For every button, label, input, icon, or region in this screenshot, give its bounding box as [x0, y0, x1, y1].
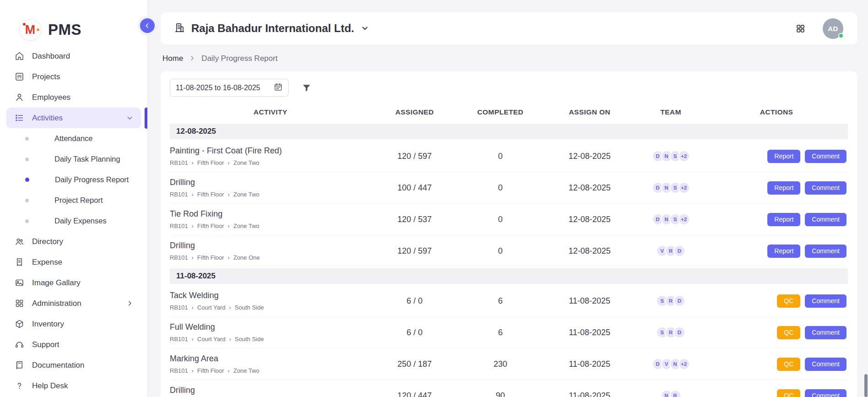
path-separator-icon: ›: [192, 223, 194, 229]
sidebar-nav: Dashboard Projects Employees Activities …: [0, 46, 147, 396]
team-extra-badge[interactable]: +2: [678, 150, 690, 162]
assigned-value: 120 / 537: [371, 215, 458, 224]
qc-button[interactable]: QC: [777, 389, 800, 397]
sidebar-item-administration[interactable]: Administration: [6, 293, 141, 314]
scrollbar-thumb[interactable]: [864, 374, 868, 397]
team-member-avatar[interactable]: R: [669, 390, 681, 397]
sidebar-item-expense[interactable]: Expense: [6, 252, 141, 272]
company-selector[interactable]: Raja Bahadur International Ltd.: [174, 22, 369, 35]
row-actions: ReportComment: [705, 213, 848, 226]
chevron-right-icon: [189, 54, 195, 64]
activity-path: RB101›Fifth Floor›Zone Two: [170, 367, 371, 374]
path-segment: Zone Two: [233, 191, 259, 198]
sidebar-item-projects[interactable]: Projects: [6, 66, 141, 87]
qc-button[interactable]: QC: [777, 358, 800, 371]
activity-title: Drilling: [170, 178, 371, 187]
building-icon: [174, 22, 185, 35]
comment-button[interactable]: Comment: [805, 358, 846, 371]
sidebar: M PMS Dashboard Projects Employees Activ…: [0, 0, 148, 397]
bullet-dot-icon: [25, 199, 29, 202]
sidebar-subitem-label: Daily Progress Report: [55, 175, 129, 184]
team-avatars: SRD: [636, 295, 705, 307]
path-segment: Zone Two: [233, 159, 259, 166]
path-segment: Fifth Floor: [197, 191, 224, 198]
activity-path: RB101›Court Yard›South Side: [170, 304, 371, 311]
comment-button[interactable]: Comment: [805, 181, 846, 195]
sidebar-item-image-gallary[interactable]: Image Gallary: [6, 272, 141, 293]
path-separator-icon: ›: [192, 191, 194, 198]
assigned-value: 6 / 0: [371, 328, 458, 337]
assign-on-value: 12-08-2025: [543, 152, 636, 161]
assigned-value: 6 / 0: [371, 296, 458, 306]
report-button[interactable]: Report: [767, 150, 800, 163]
qc-button[interactable]: QC: [777, 294, 800, 308]
table-row: Marking Area RB101›Fifth Floor›Zone Two …: [170, 348, 848, 380]
sidebar-subitem-daily-progress-report[interactable]: Daily Progress Report: [6, 169, 141, 190]
row-actions: QCComment: [705, 389, 848, 397]
user-avatar[interactable]: AD: [823, 18, 843, 39]
assign-on-value: 12-08-2025: [543, 183, 636, 193]
date-range-input[interactable]: 11-08-2025 to 16-08-2025: [170, 79, 289, 97]
sidebar-item-support[interactable]: Support: [6, 334, 141, 355]
row-actions: ReportComment: [705, 150, 848, 163]
assigned-value: 120 / 597: [371, 152, 458, 161]
path-segment: Fifth Floor: [197, 223, 224, 229]
column-header-assigned: ASSIGNED: [371, 108, 458, 116]
path-segment: RB101: [170, 191, 188, 198]
header-actions: AD: [796, 18, 843, 39]
team-member-avatar[interactable]: D: [674, 295, 685, 307]
comment-button[interactable]: Comment: [805, 245, 846, 258]
sidebar-subitem-daily-task-planning[interactable]: Daily Task Planning: [6, 149, 141, 169]
activity-title: Tie Rod Fixing: [170, 209, 371, 219]
comment-button[interactable]: Comment: [805, 213, 846, 226]
apps-grid-icon[interactable]: [796, 24, 805, 33]
report-button[interactable]: Report: [767, 181, 800, 195]
sidebar-item-inventory[interactable]: Inventory: [6, 314, 141, 334]
table-body: 12-08-2025 Painting - First Coat (Fire R…: [170, 124, 848, 397]
sidebar-subitem-daily-expenses[interactable]: Daily Expenses: [6, 211, 141, 231]
activity-path: RB101›Fifth Floor›Zone Two: [170, 223, 371, 229]
team-extra-badge[interactable]: +2: [678, 182, 690, 194]
comment-button[interactable]: Comment: [805, 150, 846, 163]
brand-logo-row: M PMS: [0, 0, 147, 46]
table-row: Drilling RB101›Fifth Floor›Zone Two 100 …: [170, 172, 848, 204]
sidebar-subitem-project-report[interactable]: Project Report: [6, 190, 141, 211]
comment-button[interactable]: Comment: [805, 389, 846, 397]
table-row: Painting - First Coat (Fire Red) RB101›F…: [170, 141, 848, 172]
filter-icon[interactable]: [302, 83, 312, 93]
team-extra-badge[interactable]: +2: [678, 358, 690, 370]
brand-logo-letter: M: [25, 23, 36, 37]
comment-button[interactable]: Comment: [805, 326, 846, 339]
breadcrumb-home[interactable]: Home: [162, 54, 183, 63]
qc-button[interactable]: QC: [777, 326, 800, 339]
path-separator-icon: ›: [228, 254, 230, 261]
path-segment: South Side: [235, 336, 264, 343]
helpdesk-icon: [14, 381, 24, 391]
sidebar-item-documentation[interactable]: Documentation: [6, 355, 141, 375]
comment-button[interactable]: Comment: [805, 294, 846, 308]
team-extra-badge[interactable]: +2: [678, 213, 690, 225]
sidebar-item-label: Activities: [32, 114, 63, 123]
sidebar-item-activities[interactable]: Activities: [6, 108, 141, 128]
completed-value: 6: [458, 296, 543, 306]
report-button[interactable]: Report: [767, 245, 800, 258]
report-button[interactable]: Report: [767, 213, 800, 226]
path-segment: South Side: [235, 304, 264, 311]
sidebar-subitem-attendance[interactable]: Attendance: [6, 128, 141, 149]
sidebar-item-employees[interactable]: Employees: [6, 87, 141, 108]
group-date-header: 11-08-2025: [170, 268, 848, 284]
projects-icon: [14, 72, 24, 82]
sidebar-item-label: Help Desk: [32, 381, 68, 391]
assign-on-value: 11-08-2025: [543, 391, 636, 397]
sidebar-item-directory[interactable]: Directory: [6, 231, 141, 252]
sidebar-collapse-button[interactable]: [140, 18, 155, 33]
team-member-avatar[interactable]: D: [674, 245, 685, 257]
team-avatars: DVN+2: [636, 358, 705, 370]
sidebar-item-help-desk[interactable]: Help Desk: [6, 375, 141, 396]
column-header-completed: COMPLETED: [458, 108, 543, 116]
sidebar-item-dashboard[interactable]: Dashboard: [6, 46, 141, 66]
activity-title: Painting - First Coat (Fire Red): [170, 146, 371, 156]
documentation-icon: [14, 360, 24, 370]
completed-value: 90: [458, 391, 543, 397]
team-member-avatar[interactable]: D: [674, 326, 685, 338]
